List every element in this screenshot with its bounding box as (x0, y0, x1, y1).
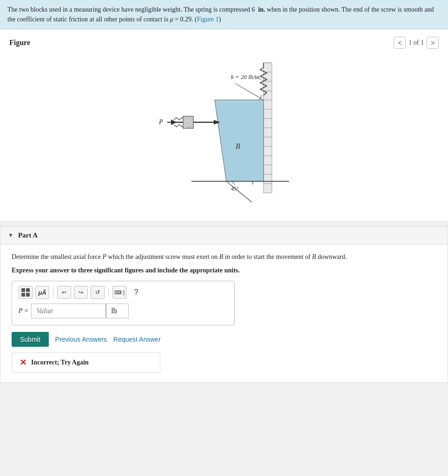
toolbar-separator-1 (53, 288, 53, 297)
undo-icon: ↩ (62, 289, 66, 296)
request-answer-button[interactable]: Request Answer (113, 336, 161, 343)
angle-line-45 (226, 181, 252, 202)
figure-image-area: k = 20 lb/in. A 60° B (9, 53, 439, 212)
block-B (215, 100, 264, 181)
figure-header: Figure < 1 of 1 > (9, 37, 439, 49)
info-text: The two blocks used in a measuring devic… (7, 6, 434, 23)
submit-button[interactable]: Submit (12, 332, 49, 347)
refresh-button[interactable]: ↺ (91, 286, 105, 299)
part-A-section: ▼ Part A Determine the smallest axial fo… (0, 226, 448, 383)
spring-label: k = 20 lb/in. (231, 73, 261, 80)
mu-button[interactable]: μÂ (35, 286, 49, 299)
answer-toolbar: μÂ ↩ ↪ ↺ ⌨ ] (19, 286, 228, 299)
redo-button[interactable]: ↪ (74, 286, 88, 299)
part-A-instruction: Express your answer to three significant… (12, 267, 436, 274)
answer-box: μÂ ↩ ↪ ↺ ⌨ ] (12, 281, 235, 325)
value-input[interactable] (31, 304, 105, 318)
feedback-text: Incorrect; Try Again (31, 359, 89, 366)
figure-next-button[interactable]: > (427, 37, 439, 49)
figure-title: Figure (9, 39, 30, 47)
blocks-button[interactable] (19, 286, 33, 299)
keyboard-button[interactable]: ⌨ ] (112, 286, 126, 299)
figure-section: Figure < 1 of 1 > (0, 29, 448, 221)
previous-answers-button[interactable]: Previous Answers (55, 336, 107, 343)
mechanical-diagram: k = 20 lb/in. A 60° B (145, 58, 303, 202)
angle-line-60 (236, 84, 264, 100)
screw-thread (174, 118, 183, 120)
angle-45-label: 45° (231, 185, 239, 192)
input-row: P = lb (19, 304, 228, 318)
refresh-icon: ↺ (95, 289, 100, 296)
figure-link[interactable]: Figure 1 (197, 16, 219, 23)
x-icon: ✕ (20, 357, 26, 368)
unit-field: lb (105, 304, 129, 318)
part-A-question: Determine the smallest axial force P whi… (12, 252, 436, 262)
feedback-box: ✕ Incorrect; Try Again (12, 352, 160, 373)
figure-count: 1 of 1 (408, 39, 424, 46)
buttons-row: Submit Previous Answers Request Answer (12, 332, 436, 347)
part-A-title: Part A (18, 231, 38, 239)
input-label: P = (19, 307, 28, 315)
help-button[interactable]: ? (129, 286, 143, 299)
info-bar: The two blocks used in a measuring devic… (0, 0, 448, 29)
redo-icon: ↪ (79, 289, 83, 296)
figure-prev-button[interactable]: < (394, 37, 406, 49)
part-collapse-arrow[interactable]: ▼ (8, 232, 13, 239)
part-A-body: Determine the smallest axial force P whi… (0, 245, 448, 382)
part-A-header: ▼ Part A (0, 227, 448, 245)
figure-nav: < 1 of 1 > (394, 37, 439, 49)
undo-button[interactable]: ↩ (57, 286, 71, 299)
keyboard-icon: ⌨ ] (114, 290, 125, 296)
block-B-label: B (236, 142, 240, 150)
toolbar-separator-2 (108, 288, 109, 297)
help-icon: ? (134, 288, 138, 297)
P-label: P (158, 119, 163, 126)
mu-icon: μÂ (38, 289, 46, 296)
